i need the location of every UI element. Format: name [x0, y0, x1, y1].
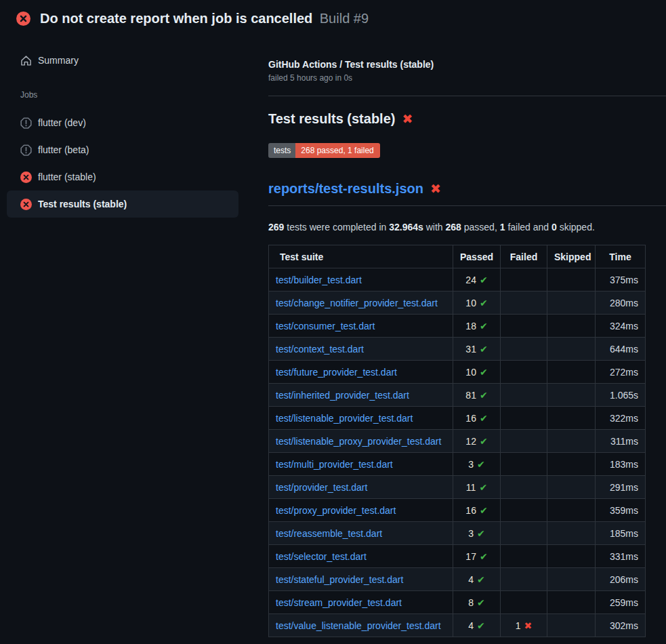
summary-text: 269 tests were completed in 32.964s with… — [268, 222, 666, 233]
failed-cell — [501, 591, 547, 614]
suite-link[interactable]: test/listenable_provider_test.dart — [276, 413, 413, 424]
check-icon: ✔ — [480, 390, 488, 401]
suite-link[interactable]: test/change_notifier_provider_test.dart — [276, 298, 438, 308]
skipped-cell — [547, 315, 596, 338]
job-label: flutter (beta) — [38, 144, 89, 155]
sidebar-job-item[interactable]: Test results (stable) — [7, 190, 238, 218]
table-row: test/provider_test.dart 11✔ 291ms — [269, 476, 646, 499]
time-cell: 311ms — [596, 430, 646, 453]
suite-link[interactable]: test/multi_provider_test.dart — [276, 459, 393, 470]
suite-link[interactable]: test/future_provider_test.dart — [276, 367, 397, 378]
failed-cell — [501, 522, 547, 545]
passed-cell: 24✔ — [453, 268, 501, 291]
suite-cell: test/multi_provider_test.dart — [269, 453, 453, 476]
failed-cell — [501, 476, 547, 499]
passed-cell: 16✔ — [453, 499, 501, 522]
breadcrumb: GitHub Actions / Test results (stable) — [268, 59, 666, 70]
failed-cell — [501, 430, 547, 453]
suite-link[interactable]: test/proxy_provider_test.dart — [276, 505, 396, 516]
passed-cell: 12✔ — [453, 430, 501, 453]
sidebar-job-item[interactable]: flutter (stable) — [7, 163, 238, 190]
column-header: Passed — [453, 245, 501, 268]
suite-link[interactable]: test/stream_provider_test.dart — [276, 597, 402, 608]
x-circle-fill-icon — [20, 199, 32, 210]
main-content: GitHub Actions / Test results (stable) f… — [268, 35, 666, 637]
time-cell: 272ms — [596, 361, 646, 384]
table-row: test/reassemble_test.dart 3✔ 185ms — [269, 522, 646, 545]
skipped-cell — [547, 407, 596, 430]
jobs-section-label: Jobs — [20, 90, 268, 100]
suite-link[interactable]: test/provider_test.dart — [276, 482, 367, 493]
table-row: test/change_notifier_provider_test.dart … — [269, 291, 646, 315]
sidebar-job-item[interactable]: flutter (dev) — [7, 109, 238, 136]
time-cell: 322ms — [596, 407, 646, 430]
failed-cell — [501, 291, 547, 315]
failed-cell — [501, 453, 547, 476]
table-row: test/listenable_proxy_provider_test.dart… — [269, 430, 646, 453]
tests-badge: tests268 passed, 1 failed — [268, 143, 380, 158]
suite-link[interactable]: test/reassemble_test.dart — [276, 528, 382, 539]
skipped-cell — [547, 291, 596, 315]
run-build-number: Build #9 — [320, 11, 369, 26]
sidebar-job-item[interactable]: flutter (beta) — [7, 136, 238, 163]
check-icon: ✔ — [477, 620, 485, 631]
suite-link[interactable]: test/builder_test.dart — [276, 275, 362, 285]
skipped-cell — [547, 591, 596, 614]
failed-status-circle-icon — [16, 12, 30, 26]
run-header: Do not create report when job is cancell… — [0, 0, 666, 35]
time-cell: 331ms — [596, 545, 646, 568]
table-header-row: Test suitePassedFailedSkippedTime — [269, 245, 646, 268]
job-label: flutter (dev) — [38, 117, 86, 128]
suite-link[interactable]: test/inherited_provider_test.dart — [276, 390, 409, 401]
report-file-link[interactable]: reports/test-results.json — [268, 181, 423, 197]
check-icon: ✔ — [480, 551, 488, 562]
time-cell: 183ms — [596, 453, 646, 476]
suite-cell: test/listenable_proxy_provider_test.dart — [269, 430, 453, 453]
results-table-body: test/builder_test.dart 24✔ 375ms test/ch… — [269, 268, 646, 637]
check-icon: ✔ — [477, 459, 485, 470]
table-row: test/context_test.dart 31✔ 644ms — [269, 338, 646, 361]
suite-cell: test/stateful_provider_test.dart — [269, 568, 453, 591]
failed-cell — [501, 568, 547, 591]
check-icon: ✔ — [480, 505, 488, 516]
table-row: test/proxy_provider_test.dart 16✔ 359ms — [269, 499, 646, 522]
suite-link[interactable]: test/listenable_proxy_provider_test.dart — [276, 436, 441, 447]
check-icon: ✔ — [477, 597, 485, 608]
passed-cell: 4✔ — [453, 614, 501, 637]
suite-link[interactable]: test/selector_test.dart — [276, 551, 367, 562]
suite-link[interactable]: test/consumer_test.dart — [276, 321, 375, 331]
suite-link[interactable]: test/stateful_provider_test.dart — [276, 574, 403, 585]
check-icon: ✔ — [480, 298, 488, 308]
time-cell: 359ms — [596, 499, 646, 522]
suite-cell: test/selector_test.dart — [269, 545, 453, 568]
column-header: Time — [596, 245, 646, 268]
suite-cell: test/provider_test.dart — [269, 476, 453, 499]
sidebar-item-summary[interactable]: Summary — [7, 48, 238, 73]
x-circle-fill-icon — [20, 172, 32, 183]
run-title: Do not create report when job is cancell… — [40, 11, 312, 26]
table-row: test/selector_test.dart 17✔ 331ms — [269, 545, 646, 568]
suite-link[interactable]: test/context_test.dart — [276, 344, 364, 355]
skipped-cell — [547, 476, 596, 499]
suite-cell: test/future_provider_test.dart — [269, 361, 453, 384]
badge-value: 268 passed, 1 failed — [295, 143, 379, 158]
failed-cell — [501, 338, 547, 361]
failed-cell — [501, 499, 547, 522]
passed-cell: 3✔ — [453, 522, 501, 545]
passed-cell: 81✔ — [453, 384, 501, 407]
skipped-cell — [547, 453, 596, 476]
time-cell: 302ms — [596, 614, 646, 637]
check-icon: ✔ — [480, 321, 488, 331]
skipped-cell — [547, 545, 596, 568]
check-icon: ✔ — [480, 413, 488, 424]
skipped-cell — [547, 384, 596, 407]
suite-cell: test/builder_test.dart — [269, 268, 453, 291]
failed-cell — [501, 315, 547, 338]
check-icon: ✔ — [477, 574, 485, 585]
table-row: test/builder_test.dart 24✔ 375ms — [269, 268, 646, 291]
passed-cell: 11✔ — [453, 476, 501, 499]
failed-cell — [501, 384, 547, 407]
table-row: test/stateful_provider_test.dart 4✔ 206m… — [269, 568, 646, 591]
suite-link[interactable]: test/value_listenable_provider_test.dart — [276, 620, 441, 631]
column-header: Skipped — [547, 245, 596, 268]
